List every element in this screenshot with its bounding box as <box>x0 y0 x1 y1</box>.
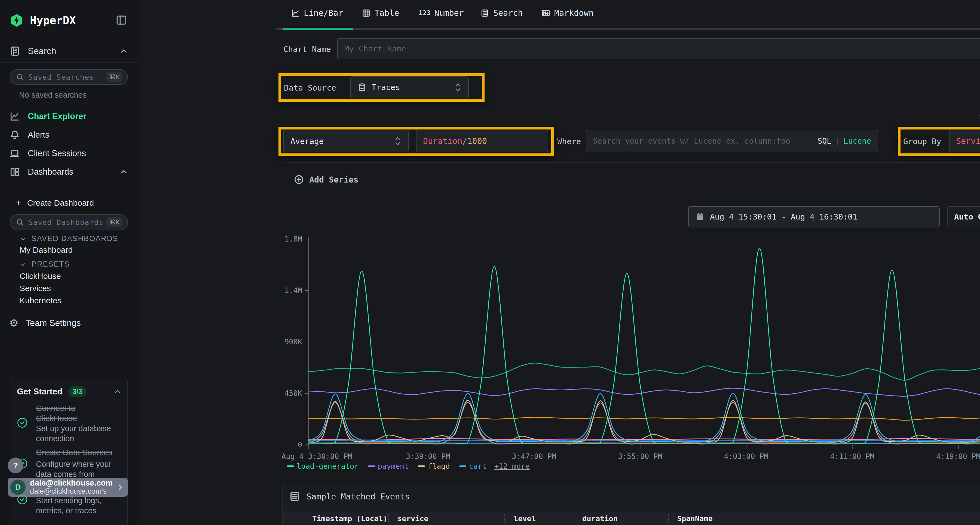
chart-explorer-icon <box>9 111 20 122</box>
circle-plus-icon <box>293 174 304 185</box>
chart-series-line <box>309 248 980 444</box>
select-chevrons-icon <box>394 136 401 147</box>
x-tick-label: 4:11:00 PM <box>830 452 874 460</box>
time-range-input[interactable]: Aug 4 15:30:01 - Aug 4 16:30:01 <box>688 206 940 227</box>
chart-name-input[interactable]: My Chart Name <box>337 38 980 59</box>
user-menu[interactable]: D dale@clickhouse.com dale@clickhouse.co… <box>8 477 128 497</box>
user-sub: dale@clickhouse.com's <box>30 487 113 496</box>
avatar: D <box>10 480 25 495</box>
team-settings-label: Team Settings <box>25 318 81 328</box>
database-icon <box>358 83 367 92</box>
y-tick-label: 1.8M <box>285 235 302 243</box>
presets-section[interactable]: PRESETS <box>19 260 70 268</box>
chevron-up-icon[interactable] <box>119 167 129 176</box>
granularity-select[interactable]: Auto Granularity <box>947 206 980 227</box>
legend-label: flagd <box>428 462 450 470</box>
x-tick-label: Aug 4 3:30:00 PM <box>282 452 352 460</box>
chart-name-label: Chart Name <box>283 44 331 54</box>
legend-label: cart <box>469 462 487 470</box>
column-header-service[interactable]: service <box>398 514 428 523</box>
sidebar-item-label: Dashboards <box>28 167 73 177</box>
add-series-button[interactable]: Add Series <box>293 174 358 185</box>
column-header-level[interactable]: level <box>514 514 536 523</box>
chevron-down-icon <box>19 260 27 268</box>
sample-events-panel: Sample Matched Events Timestamp (Local) … <box>282 484 980 525</box>
chevron-up-icon[interactable] <box>119 46 129 56</box>
group-by-input[interactable]: ServiceName <box>949 130 980 152</box>
alias-connector-line <box>979 115 980 116</box>
sidebar-item-team-settings[interactable]: ⚙ Team Settings <box>9 318 81 328</box>
get-started-header[interactable]: Get Started 3/3 <box>17 386 122 397</box>
data-source-label: Data Source <box>284 83 336 92</box>
field-expression-input[interactable]: Duration/1000 <box>416 130 548 152</box>
checklist-item-title: Create Data Sources <box>36 448 112 457</box>
no-saved-searches-text: No saved searches <box>19 90 87 100</box>
brand-name: HyperDX <box>30 14 76 27</box>
bell-icon <box>9 130 20 140</box>
search-icon <box>15 72 24 82</box>
select-chevrons-icon <box>454 82 462 93</box>
lucene-mode-toggle[interactable]: Lucene <box>844 136 871 146</box>
y-tick-label: 450K <box>285 389 302 397</box>
legend-item[interactable]: cart <box>459 462 487 470</box>
saved-searches-input[interactable]: Saved Searches ⌘K <box>10 69 128 85</box>
column-header-duration[interactable]: duration <box>582 514 618 523</box>
tab-markdown[interactable]: Markdown <box>541 8 594 18</box>
sidebar-item-label: Chart Explorer <box>28 111 86 121</box>
column-separator[interactable] <box>388 514 389 522</box>
tab-line-bar[interactable]: Line/Bar <box>291 8 343 18</box>
chart-canvas[interactable]: 0450K900K1.4M1.8MAug 4 3:30:00 PM3:39:00… <box>288 234 980 462</box>
sidebar-item-client-sessions[interactable]: Client Sessions <box>9 148 86 159</box>
column-separator[interactable] <box>668 514 669 522</box>
legend-swatch <box>418 465 425 467</box>
column-header-timestamp[interactable]: Timestamp (Local) <box>312 514 387 523</box>
events-table-header: Timestamp (Local) service level duration… <box>283 511 980 525</box>
column-separator[interactable] <box>504 514 505 522</box>
brand[interactable]: HyperDX <box>9 13 76 28</box>
chart-series-line <box>309 400 980 442</box>
aggregation-select[interactable]: Average <box>283 130 409 152</box>
checklist-item-desc: Set up your database connection <box>36 423 111 444</box>
tab-search[interactable]: Search <box>480 8 523 18</box>
legend-item[interactable]: payment <box>368 462 409 470</box>
get-started-card: Get Started 3/3 Connect to ClickHouse Se… <box>10 379 128 525</box>
saved-dashboards-placeholder: Saved Dashboards <box>28 218 103 227</box>
sidebar-item-label: Alerts <box>28 130 49 140</box>
sidebar-item-alerts[interactable]: Alerts <box>9 130 49 140</box>
sidebar-item-kubernetes[interactable]: Kubernetes <box>20 296 61 305</box>
sql-mode-toggle[interactable]: SQL <box>818 136 831 146</box>
saved-dashboards-input[interactable]: Saved Dashboards ⌘K <box>10 214 128 230</box>
create-dashboard-button[interactable]: + Create Dashboard <box>16 197 94 208</box>
help-button[interactable]: ? <box>8 458 24 473</box>
column-header-spanname[interactable]: SpanName <box>677 514 713 523</box>
chart-series-line <box>309 438 980 440</box>
legend-label: payment <box>378 462 409 470</box>
gear-icon: ⚙ <box>9 318 19 328</box>
get-started-title: Get Started <box>17 387 62 397</box>
legend-item[interactable]: load-generator <box>287 462 359 470</box>
column-separator[interactable] <box>574 514 574 522</box>
legend-item[interactable]: flagd <box>418 462 450 470</box>
collapse-sidebar-icon[interactable] <box>115 14 127 26</box>
y-tick-label: 900K <box>285 338 302 346</box>
list-box-icon <box>289 491 301 502</box>
chevron-up-icon[interactable] <box>113 387 122 396</box>
tab-table[interactable]: Table <box>361 8 399 18</box>
saved-dashboards-section[interactable]: SAVED DASHBOARDS <box>19 235 118 243</box>
hyperdx-logo-icon <box>9 13 24 28</box>
sidebar-section-search[interactable]: Search <box>9 46 129 57</box>
progress-badge: 3/3 <box>68 386 87 397</box>
divider <box>0 62 138 63</box>
legend-more-link[interactable]: +12 more <box>494 462 530 470</box>
tab-number[interactable]: 123Number <box>419 8 464 18</box>
sidebar-item-chart-explorer[interactable]: Chart Explorer <box>9 111 86 122</box>
sidebar-item-my-dashboard[interactable]: My Dashboard <box>20 245 73 255</box>
where-input[interactable]: Search your events w/ Lucene ex. column:… <box>586 130 878 152</box>
sidebar-item-clickhouse[interactable]: ClickHouse <box>20 271 61 281</box>
sidebar-item-services[interactable]: Services <box>20 284 51 293</box>
y-tick-label: 1.4M <box>285 286 302 295</box>
group-by-label: Group By <box>903 137 941 146</box>
presets-section-label: PRESETS <box>32 260 70 268</box>
data-source-select[interactable]: Traces <box>350 76 469 98</box>
sidebar-item-dashboards[interactable]: Dashboards <box>9 167 129 178</box>
